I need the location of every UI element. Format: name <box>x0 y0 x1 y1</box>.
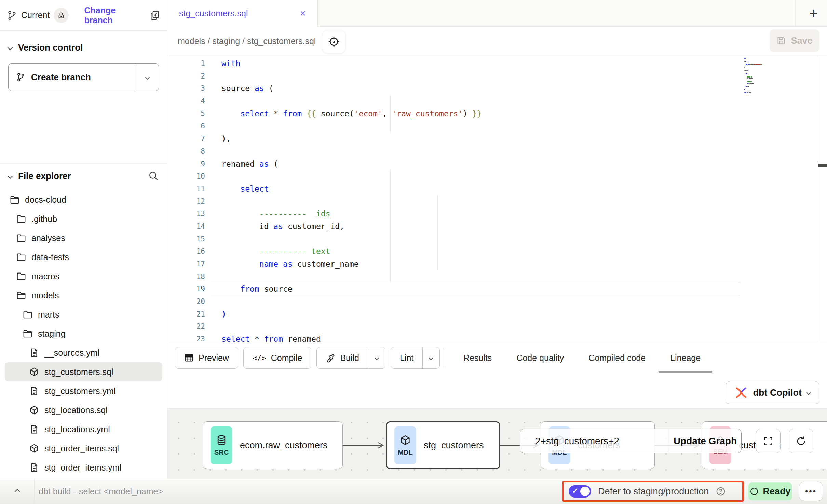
code-editor[interactable]: 1with23source as (45 select * from {{ so… <box>167 56 827 344</box>
tab-stg-customers-sql[interactable]: stg_customers.sql × <box>167 0 318 27</box>
dbt-copilot-button[interactable]: dbt Copilot <box>726 381 819 404</box>
help-icon[interactable] <box>716 486 726 496</box>
collapse-panel-button[interactable] <box>0 490 34 493</box>
code-line-23[interactable]: 23select * from renamed <box>167 333 827 344</box>
version-control-header[interactable]: Version control <box>0 31 167 55</box>
tree-folder-marts[interactable]: marts <box>5 305 162 324</box>
tab-code-quality[interactable]: Code quality <box>516 353 564 363</box>
code-line-7[interactable]: 7), <box>167 132 827 145</box>
code-line-11[interactable]: 11 select <box>167 183 827 195</box>
code-line-14[interactable]: 14 id as customer_id, <box>167 220 827 233</box>
code-line-12[interactable]: 12 <box>167 195 827 208</box>
fullscreen-button[interactable] <box>756 429 781 453</box>
save-button[interactable]: Save <box>770 29 819 52</box>
minimap-line <box>747 81 750 82</box>
code-line-6[interactable]: 6 <box>167 120 827 132</box>
file-explorer-header[interactable]: File explorer <box>0 167 167 185</box>
code-line-15[interactable]: 15 <box>167 233 827 246</box>
tab-results[interactable]: Results <box>463 353 492 363</box>
dbt-logo-icon <box>735 386 748 399</box>
code-line-22[interactable]: 22 <box>167 320 827 333</box>
selector-input[interactable]: 2+stg_customers+2 <box>520 436 669 447</box>
line-number: 4 <box>167 95 205 108</box>
code-line-10[interactable]: 10 <box>167 170 827 183</box>
tree-folder-data-tests[interactable]: data-tests <box>5 248 162 267</box>
tab-bar: stg_customers.sql × + <box>167 0 827 27</box>
code-line-2[interactable]: 2 <box>167 70 827 83</box>
code-line-9[interactable]: 9renamed as ( <box>167 158 827 170</box>
create-branch-split-button: Create branch <box>8 63 159 91</box>
build-button[interactable]: Build <box>317 347 368 368</box>
circle-icon <box>750 487 759 496</box>
build-label: Build <box>340 353 359 363</box>
refresh-button[interactable] <box>789 429 813 453</box>
create-branch-button[interactable]: Create branch <box>9 64 136 91</box>
tree-file-stg_locations.sql[interactable]: stg_locations.sql <box>5 401 162 420</box>
chevron-down-icon <box>8 45 13 51</box>
model-icon <box>29 443 39 453</box>
minimap-line <box>749 92 751 93</box>
folder-icon <box>16 233 26 243</box>
build-dropdown[interactable] <box>368 347 385 368</box>
code-line-5[interactable]: 5 select * from {{ source('ecom', 'raw_c… <box>167 108 827 120</box>
code-line-20[interactable]: 20 <box>167 295 827 308</box>
code-line-1[interactable]: 1with <box>167 57 827 70</box>
toolbar-divider <box>443 348 443 367</box>
scrollbar-thumb[interactable] <box>818 164 827 167</box>
command-input[interactable]: dbt build --select <model_name> <box>39 487 163 496</box>
line-number: 20 <box>167 295 205 308</box>
code-line-19[interactable]: 19 from source <box>167 283 827 295</box>
tab-lineage[interactable]: Lineage <box>670 353 701 363</box>
minimap-line <box>749 83 754 84</box>
update-graph-button[interactable]: Update Graph <box>669 429 741 453</box>
lint-button[interactable]: Lint <box>391 347 422 368</box>
tree-folder-macros[interactable]: macros <box>5 267 162 286</box>
code-line-16[interactable]: 16 ---------- text <box>167 245 827 258</box>
tree-folder-models[interactable]: models <box>5 286 162 305</box>
code-line-4[interactable]: 4 <box>167 95 827 108</box>
code-line-21[interactable]: 21) <box>167 308 827 321</box>
preview-button[interactable]: Preview <box>175 347 238 369</box>
tree-item-label: macros <box>31 271 59 281</box>
file-search-button[interactable] <box>148 170 159 181</box>
minimap[interactable] <box>742 57 787 95</box>
toggle-knob <box>580 487 590 496</box>
line-content: name as customer_name <box>221 258 359 270</box>
chevron-down-icon <box>429 356 433 360</box>
navigate-button[interactable] <box>322 30 346 53</box>
tree-folder-docs-cloud[interactable]: docs-cloud <box>5 190 162 209</box>
code-line-3[interactable]: 3source as ( <box>167 82 827 95</box>
tree-file-stg_customers.sql[interactable]: stg_customers.sql <box>5 362 162 381</box>
line-number: 8 <box>167 145 205 158</box>
tab-compiled-code[interactable]: Compiled code <box>588 353 646 363</box>
code-line-17[interactable]: 17 name as customer_name <box>167 258 827 270</box>
tree-folder-staging[interactable]: staging <box>5 324 162 343</box>
lint-dropdown[interactable] <box>422 347 439 368</box>
tree-file-stg_order_items.yml[interactable]: stg_order_items.yml <box>5 458 162 477</box>
minimap-line <box>747 86 749 87</box>
close-tab-icon[interactable]: × <box>300 8 306 18</box>
tree-file-stg_locations.yml[interactable]: stg_locations.yml <box>5 420 162 439</box>
code-line-13[interactable]: 13 ---------- ids <box>167 208 827 220</box>
tree-file-stg_order_items.sql[interactable]: stg_order_items.sql <box>5 439 162 458</box>
lineage-canvas[interactable]: SRCecom.raw_customersMDLstg_customersMDL… <box>167 408 827 479</box>
file-tree: docs-cloud.githubanalysesdata-testsmacro… <box>0 190 167 477</box>
lineage-node-stg_customers[interactable]: MDLstg_customers <box>386 421 500 469</box>
minimap-line <box>749 78 753 79</box>
new-tab-button[interactable]: + <box>805 5 822 22</box>
tree-item-label: stg_order_items.sql <box>44 444 119 453</box>
defer-toggle[interactable]: ✓ <box>569 485 591 498</box>
tree-file-stg_customers.yml[interactable]: stg_customers.yml <box>5 381 162 401</box>
compile-button[interactable]: </> Compile <box>243 347 311 369</box>
lineage-node-ecom.raw_customers[interactable]: SRCecom.raw_customers <box>203 421 343 469</box>
tree-file-__sources.yml[interactable]: __sources.yml <box>5 343 162 362</box>
code-line-18[interactable]: 18 <box>167 270 827 283</box>
line-number: 13 <box>167 208 205 220</box>
create-branch-dropdown[interactable] <box>136 64 159 91</box>
tree-folder-analyses[interactable]: analyses <box>5 228 162 248</box>
more-options-button[interactable]: ••• <box>799 482 823 501</box>
copy-branch-button[interactable] <box>149 10 160 21</box>
code-line-8[interactable]: 8 <box>167 145 827 158</box>
tree-folder-.github[interactable]: .github <box>5 209 162 228</box>
change-branch-link[interactable]: Change branch <box>84 5 145 25</box>
